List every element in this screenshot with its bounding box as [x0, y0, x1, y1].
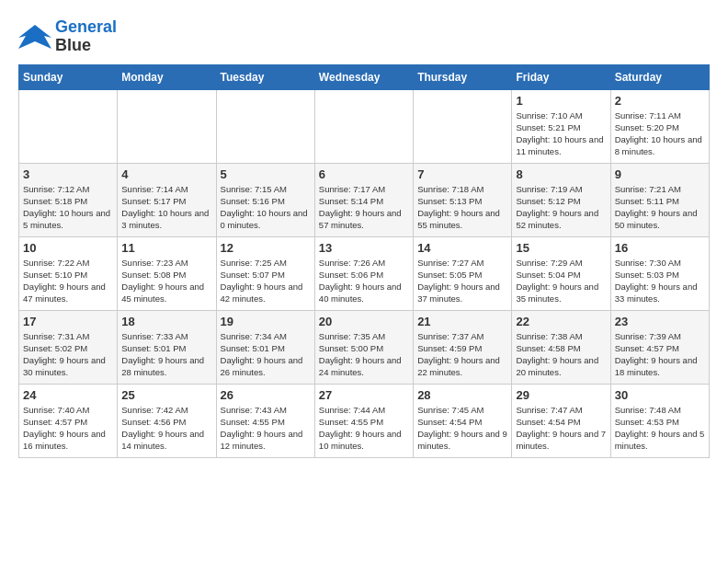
- calendar-cell: 22Sunrise: 7:38 AM Sunset: 4:58 PM Dayli…: [512, 310, 610, 384]
- calendar-cell: 29Sunrise: 7:47 AM Sunset: 4:54 PM Dayli…: [512, 384, 610, 457]
- day-number: 2: [615, 94, 705, 108]
- calendar-week-2: 3Sunrise: 7:12 AM Sunset: 5:18 PM Daylig…: [19, 163, 710, 236]
- day-info: Sunrise: 7:10 AM Sunset: 5:21 PM Dayligh…: [516, 109, 606, 158]
- calendar-cell: 12Sunrise: 7:25 AM Sunset: 5:07 PM Dayli…: [216, 236, 314, 310]
- header: General Blue: [18, 18, 710, 55]
- calendar-cell: 16Sunrise: 7:30 AM Sunset: 5:03 PM Dayli…: [610, 236, 709, 310]
- calendar-header-tuesday: Tuesday: [216, 64, 314, 89]
- day-info: Sunrise: 7:25 AM Sunset: 5:07 PM Dayligh…: [221, 257, 311, 305]
- day-info: Sunrise: 7:18 AM Sunset: 5:13 PM Dayligh…: [417, 183, 507, 232]
- day-number: 6: [319, 167, 409, 181]
- day-info: Sunrise: 7:40 AM Sunset: 4:57 PM Dayligh…: [23, 404, 113, 453]
- calendar-cell: 26Sunrise: 7:43 AM Sunset: 4:55 PM Dayli…: [216, 384, 314, 457]
- calendar-week-4: 17Sunrise: 7:31 AM Sunset: 5:02 PM Dayli…: [19, 310, 710, 384]
- calendar-cell: 17Sunrise: 7:31 AM Sunset: 5:02 PM Dayli…: [19, 310, 118, 384]
- day-info: Sunrise: 7:22 AM Sunset: 5:10 PM Dayligh…: [23, 257, 113, 305]
- day-info: Sunrise: 7:26 AM Sunset: 5:06 PM Dayligh…: [319, 257, 409, 305]
- day-info: Sunrise: 7:30 AM Sunset: 5:03 PM Dayligh…: [615, 257, 705, 305]
- calendar-header-sunday: Sunday: [19, 64, 118, 89]
- logo: General Blue: [18, 18, 117, 55]
- calendar-cell: 10Sunrise: 7:22 AM Sunset: 5:10 PM Dayli…: [19, 236, 118, 310]
- calendar-header-friday: Friday: [512, 64, 610, 89]
- svg-marker-0: [18, 25, 51, 49]
- day-info: Sunrise: 7:37 AM Sunset: 4:59 PM Dayligh…: [417, 330, 507, 379]
- day-info: Sunrise: 7:27 AM Sunset: 5:05 PM Dayligh…: [417, 257, 507, 305]
- day-number: 14: [417, 241, 507, 255]
- calendar-cell: 1Sunrise: 7:10 AM Sunset: 5:21 PM Daylig…: [512, 89, 610, 163]
- day-number: 23: [615, 315, 705, 328]
- day-number: 4: [121, 167, 211, 181]
- calendar-cell: 18Sunrise: 7:33 AM Sunset: 5:01 PM Dayli…: [118, 310, 216, 384]
- day-number: 1: [516, 94, 606, 108]
- day-info: Sunrise: 7:45 AM Sunset: 4:54 PM Dayligh…: [417, 404, 507, 453]
- day-number: 13: [319, 241, 409, 255]
- logo-text: General Blue: [55, 18, 117, 55]
- day-number: 27: [319, 388, 409, 402]
- day-number: 20: [319, 315, 409, 328]
- calendar-cell: [216, 89, 314, 163]
- calendar-cell: 28Sunrise: 7:45 AM Sunset: 4:54 PM Dayli…: [414, 384, 512, 457]
- day-number: 8: [516, 167, 606, 181]
- day-number: 30: [615, 388, 705, 402]
- day-info: Sunrise: 7:34 AM Sunset: 5:01 PM Dayligh…: [221, 330, 311, 379]
- day-info: Sunrise: 7:29 AM Sunset: 5:04 PM Dayligh…: [516, 257, 606, 305]
- logo-icon: [18, 23, 51, 51]
- day-number: 12: [221, 241, 311, 255]
- calendar-header-row: SundayMondayTuesdayWednesdayThursdayFrid…: [19, 64, 710, 89]
- day-number: 7: [417, 167, 507, 181]
- day-number: 17: [23, 315, 113, 328]
- day-info: Sunrise: 7:42 AM Sunset: 4:56 PM Dayligh…: [121, 404, 211, 453]
- calendar-cell: [19, 89, 118, 163]
- calendar-cell: 9Sunrise: 7:21 AM Sunset: 5:11 PM Daylig…: [610, 163, 709, 236]
- calendar-cell: 23Sunrise: 7:39 AM Sunset: 4:57 PM Dayli…: [610, 310, 709, 384]
- day-number: 25: [121, 388, 211, 402]
- calendar-cell: 20Sunrise: 7:35 AM Sunset: 5:00 PM Dayli…: [314, 310, 413, 384]
- calendar-cell: 13Sunrise: 7:26 AM Sunset: 5:06 PM Dayli…: [314, 236, 413, 310]
- day-info: Sunrise: 7:14 AM Sunset: 5:17 PM Dayligh…: [121, 183, 211, 232]
- calendar-cell: 30Sunrise: 7:48 AM Sunset: 4:53 PM Dayli…: [610, 384, 709, 457]
- calendar-cell: [118, 89, 216, 163]
- calendar-cell: 19Sunrise: 7:34 AM Sunset: 5:01 PM Dayli…: [216, 310, 314, 384]
- calendar-cell: 25Sunrise: 7:42 AM Sunset: 4:56 PM Dayli…: [118, 384, 216, 457]
- day-number: 18: [121, 315, 211, 328]
- day-info: Sunrise: 7:35 AM Sunset: 5:00 PM Dayligh…: [319, 330, 409, 379]
- day-number: 15: [516, 241, 606, 255]
- calendar-cell: 5Sunrise: 7:15 AM Sunset: 5:16 PM Daylig…: [216, 163, 314, 236]
- day-number: 29: [516, 388, 606, 402]
- day-number: 16: [615, 241, 705, 255]
- day-info: Sunrise: 7:19 AM Sunset: 5:12 PM Dayligh…: [516, 183, 606, 232]
- calendar-body: 1Sunrise: 7:10 AM Sunset: 5:21 PM Daylig…: [19, 89, 710, 457]
- day-number: 22: [516, 315, 606, 328]
- day-number: 3: [23, 167, 113, 181]
- day-info: Sunrise: 7:12 AM Sunset: 5:18 PM Dayligh…: [23, 183, 113, 232]
- calendar-cell: 2Sunrise: 7:11 AM Sunset: 5:20 PM Daylig…: [610, 89, 709, 163]
- calendar-cell: [314, 89, 413, 163]
- calendar-header-wednesday: Wednesday: [314, 64, 413, 89]
- day-info: Sunrise: 7:15 AM Sunset: 5:16 PM Dayligh…: [221, 183, 311, 232]
- calendar-cell: 24Sunrise: 7:40 AM Sunset: 4:57 PM Dayli…: [19, 384, 118, 457]
- calendar-week-5: 24Sunrise: 7:40 AM Sunset: 4:57 PM Dayli…: [19, 384, 710, 457]
- calendar-cell: 8Sunrise: 7:19 AM Sunset: 5:12 PM Daylig…: [512, 163, 610, 236]
- day-info: Sunrise: 7:48 AM Sunset: 4:53 PM Dayligh…: [615, 404, 705, 453]
- day-info: Sunrise: 7:47 AM Sunset: 4:54 PM Dayligh…: [516, 404, 606, 453]
- day-info: Sunrise: 7:39 AM Sunset: 4:57 PM Dayligh…: [615, 330, 705, 379]
- calendar-week-1: 1Sunrise: 7:10 AM Sunset: 5:21 PM Daylig…: [19, 89, 710, 163]
- day-number: 21: [417, 315, 507, 328]
- calendar-cell: 3Sunrise: 7:12 AM Sunset: 5:18 PM Daylig…: [19, 163, 118, 236]
- calendar-table: SundayMondayTuesdayWednesdayThursdayFrid…: [18, 64, 710, 458]
- calendar-week-3: 10Sunrise: 7:22 AM Sunset: 5:10 PM Dayli…: [19, 236, 710, 310]
- day-info: Sunrise: 7:31 AM Sunset: 5:02 PM Dayligh…: [23, 330, 113, 379]
- calendar-cell: 7Sunrise: 7:18 AM Sunset: 5:13 PM Daylig…: [414, 163, 512, 236]
- calendar-cell: 27Sunrise: 7:44 AM Sunset: 4:55 PM Dayli…: [314, 384, 413, 457]
- day-info: Sunrise: 7:11 AM Sunset: 5:20 PM Dayligh…: [615, 109, 705, 158]
- day-info: Sunrise: 7:33 AM Sunset: 5:01 PM Dayligh…: [121, 330, 211, 379]
- day-info: Sunrise: 7:38 AM Sunset: 4:58 PM Dayligh…: [516, 330, 606, 379]
- calendar-cell: 11Sunrise: 7:23 AM Sunset: 5:08 PM Dayli…: [118, 236, 216, 310]
- day-info: Sunrise: 7:43 AM Sunset: 4:55 PM Dayligh…: [221, 404, 311, 453]
- day-number: 10: [23, 241, 113, 255]
- calendar-header-monday: Monday: [118, 64, 216, 89]
- day-number: 11: [121, 241, 211, 255]
- day-info: Sunrise: 7:23 AM Sunset: 5:08 PM Dayligh…: [121, 257, 211, 305]
- day-number: 24: [23, 388, 113, 402]
- day-number: 28: [417, 388, 507, 402]
